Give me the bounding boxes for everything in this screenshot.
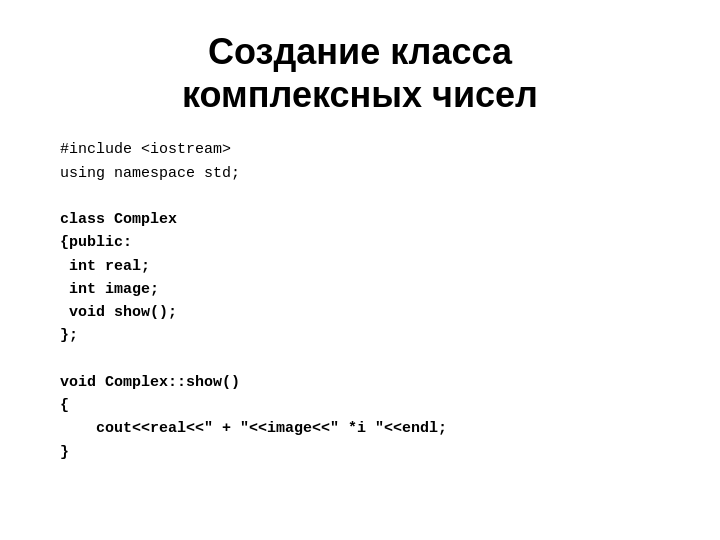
code-line <box>60 348 660 371</box>
code-line: int real; <box>60 255 660 278</box>
code-line <box>60 185 660 208</box>
code-line: {public: <box>60 231 660 254</box>
code-line: using namespace std; <box>60 162 660 185</box>
title-line1: Создание класса <box>208 31 512 72</box>
code-line: cout<<real<<" + "<<image<<" *i "<<endl; <box>60 417 660 440</box>
page-title: Создание класса комплексных чисел <box>60 30 660 116</box>
code-line: class Complex <box>60 208 660 231</box>
code-line: void Complex::show() <box>60 371 660 394</box>
code-line: }; <box>60 324 660 347</box>
code-line: void show(); <box>60 301 660 324</box>
code-line: { <box>60 394 660 417</box>
page: Создание класса комплексных чисел #inclu… <box>0 0 720 540</box>
title-line2: комплексных чисел <box>182 74 538 115</box>
code-block: #include <iostream>using namespace std; … <box>60 138 660 464</box>
code-line: } <box>60 441 660 464</box>
code-line: int image; <box>60 278 660 301</box>
code-line: #include <iostream> <box>60 138 660 161</box>
